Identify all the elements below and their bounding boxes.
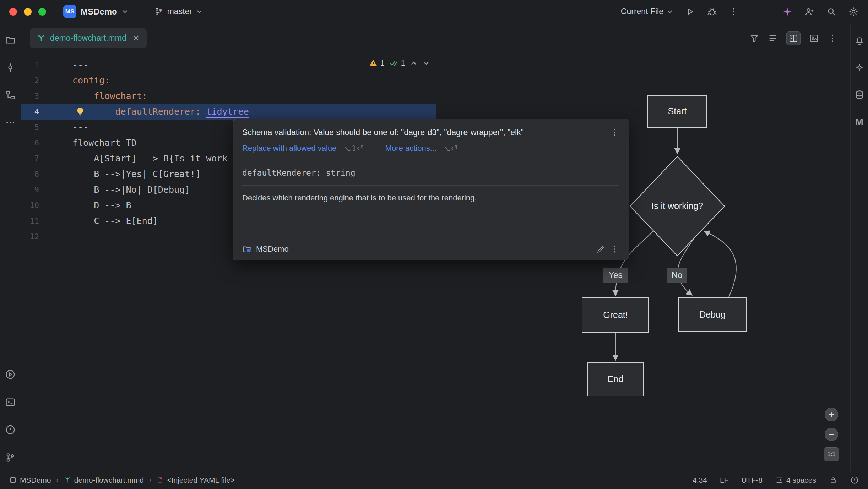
ai-chat-toolwindow-icon[interactable]: [855, 63, 864, 73]
flowchart-node-end: End: [588, 362, 643, 396]
edit-pencil-icon[interactable]: [596, 244, 606, 254]
editor-tab-bar: demo-flowchart.mmd ✕: [0, 24, 868, 53]
ai-assistant-icon[interactable]: [782, 6, 793, 17]
code-line[interactable]: 4 defaultRenderer: tidytree: [21, 104, 436, 120]
editor-more-options-icon[interactable]: [828, 33, 837, 43]
replace-shortcut: ⌥⇧⏎: [342, 144, 363, 153]
next-problem-icon[interactable]: [422, 59, 430, 67]
split-editor-preview-icon[interactable]: [786, 31, 801, 45]
code-text: C --> E[End]: [72, 216, 158, 226]
breadcrumb-separator: ›: [148, 476, 152, 485]
minimize-window-button[interactable]: [24, 8, 32, 16]
line-number: 6: [21, 135, 39, 151]
project-widget[interactable]: MS MSDemo: [63, 5, 129, 18]
project-name: MSDemo: [81, 7, 117, 17]
popup-more-icon[interactable]: [610, 128, 619, 137]
flowchart-node-great: Great!: [582, 298, 649, 332]
filter-icon[interactable]: [749, 33, 759, 43]
mermaid-toolwindow-icon[interactable]: M: [855, 117, 863, 128]
node-debug-label: Debug: [699, 309, 726, 319]
problems-toolwindow-icon[interactable]: [5, 424, 16, 435]
close-window-button[interactable]: [9, 8, 17, 16]
commit-toolwindow-icon[interactable]: [5, 62, 16, 73]
event-log-alert-icon[interactable]: [850, 476, 859, 484]
maximize-window-button[interactable]: [38, 8, 46, 16]
line-number: 8: [21, 166, 39, 182]
code-line[interactable]: 2config:: [21, 73, 436, 88]
mermaid-preview-pane[interactable]: Start Is it working? Great! Debug End Ye…: [436, 53, 850, 471]
intention-bulb-icon[interactable]: [75, 106, 86, 117]
line-number: 3: [21, 88, 39, 104]
line-separator: LF: [720, 476, 729, 484]
tab-demo-flowchart[interactable]: demo-flowchart.mmd ✕: [30, 28, 147, 48]
more-actions-link[interactable]: More actions...: [385, 144, 436, 153]
database-toolwindow-icon[interactable]: [855, 90, 864, 100]
settings-gear-icon[interactable]: [848, 6, 859, 17]
zoom-out-button[interactable]: −: [825, 428, 838, 441]
debug-button[interactable]: [707, 6, 717, 17]
node-start-label: Start: [668, 106, 687, 116]
vcs-branch-widget[interactable]: master: [154, 7, 203, 16]
project-toolwindow-icon[interactable]: [5, 34, 16, 45]
notifications-bell-icon[interactable]: [855, 36, 864, 46]
warning-triangle-icon: [369, 59, 378, 68]
code-text: B -->|No| D[Debug]: [72, 185, 190, 195]
breadcrumb-project[interactable]: MSDemo: [9, 476, 51, 484]
code-text: flowchart:: [72, 91, 147, 101]
zoom-reset-button[interactable]: 1:1: [824, 447, 839, 461]
readonly-lock-icon[interactable]: [829, 476, 837, 484]
flowchart-node-start: Start: [648, 95, 707, 127]
mermaid-preview-canvas[interactable]: Start Is it working? Great! Debug End Ye…: [436, 53, 851, 471]
indent-icon: [775, 476, 783, 484]
run-button[interactable]: [685, 6, 695, 17]
search-everywhere-icon[interactable]: [826, 6, 837, 17]
close-icon[interactable]: ✕: [132, 34, 140, 43]
tab-label: demo-flowchart.mmd: [50, 33, 126, 43]
caret-position: 4:34: [693, 476, 707, 484]
version-control-toolwindow-icon[interactable]: [5, 452, 16, 463]
line-separator-widget[interactable]: LF: [720, 476, 729, 484]
left-toolwindow-bar: [0, 24, 21, 471]
line-number: 7: [21, 151, 39, 166]
more-actions-shortcut: ⌥⏎: [442, 144, 457, 153]
inspections-ok-icon: [389, 59, 398, 68]
injected-yaml-file-icon: [156, 476, 164, 484]
run-configuration-selector[interactable]: Current File: [621, 7, 673, 16]
replace-with-allowed-value-link[interactable]: Replace with allowed value: [242, 144, 336, 153]
code-line[interactable]: 3 flowchart:: [21, 88, 436, 104]
footer-more-icon[interactable]: [610, 244, 619, 254]
indent-widget[interactable]: 4 spaces: [775, 476, 816, 484]
breadcrumb-separator: ›: [55, 476, 59, 485]
code-text: D --> B: [72, 200, 131, 210]
structure-toolwindow-icon[interactable]: [5, 90, 16, 100]
breadcrumb-file[interactable]: demo-flowchart.mmd: [64, 476, 144, 484]
line-number: 12: [21, 229, 39, 244]
code-editor[interactable]: 1---2config:3 flowchart:4 defaultRendere…: [21, 53, 436, 471]
code-text: ---: [72, 122, 88, 132]
chevron-down-icon: [121, 8, 129, 15]
editor-only-view-icon[interactable]: [768, 33, 778, 43]
more-actions-icon[interactable]: [729, 7, 739, 17]
more-toolwindows-icon[interactable]: [5, 117, 16, 128]
caret-position-widget[interactable]: 4:34: [693, 476, 707, 484]
documentation-popup: Schema validation: Value should be one o…: [233, 119, 629, 260]
breadcrumb-injected-label: <Injected YAML file>: [167, 476, 235, 484]
window-controls: [9, 8, 46, 16]
preview-only-view-icon[interactable]: [809, 33, 819, 43]
breadcrumb-injected[interactable]: <Injected YAML file>: [156, 476, 235, 484]
encoding-widget[interactable]: UTF-8: [741, 476, 763, 484]
ide-window: { "titlebar": { "project_badge": "MS", "…: [0, 0, 868, 489]
chevron-down-icon: [196, 8, 203, 15]
ok-count: 1: [401, 59, 405, 68]
titlebar: MS MSDemo master Current File: [0, 0, 868, 23]
code-with-me-icon[interactable]: [804, 6, 815, 17]
right-toolwindow-bar: M: [850, 24, 868, 471]
line-number: 1: [21, 57, 39, 73]
zoom-in-button[interactable]: +: [825, 408, 838, 421]
inspections-widget[interactable]: 1 1: [369, 59, 430, 68]
indent-size: 4 spaces: [786, 476, 816, 484]
run-toolwindow-icon[interactable]: [5, 369, 16, 380]
terminal-toolwindow-icon[interactable]: [5, 397, 16, 407]
previous-problem-icon[interactable]: [410, 59, 418, 67]
node-great-label: Great!: [603, 310, 628, 320]
